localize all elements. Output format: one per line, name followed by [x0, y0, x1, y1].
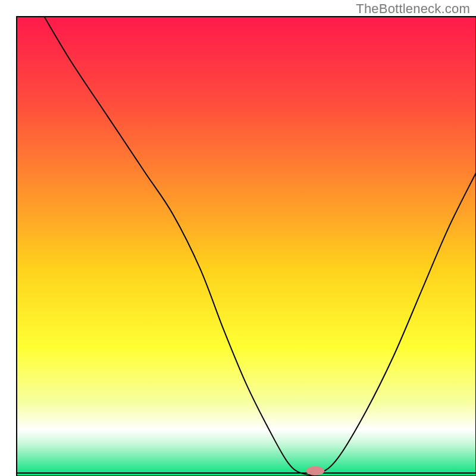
- target-marker: [306, 466, 324, 475]
- bottleneck-chart: [0, 0, 476, 476]
- gradient-background: [17, 17, 476, 476]
- watermark-text: TheBottleneck.com: [356, 1, 470, 17]
- chart-container: TheBottleneck.com: [0, 0, 476, 476]
